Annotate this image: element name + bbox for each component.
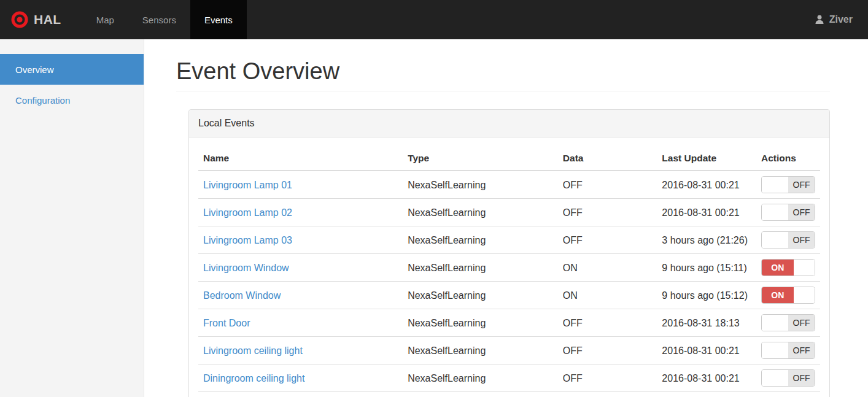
event-data: OFF — [558, 171, 657, 199]
event-type: NexaSelfLearning — [403, 364, 558, 392]
event-data: OFF — [558, 226, 657, 254]
event-last-update: 9 hours ago (15:11) — [657, 254, 756, 282]
event-name-link[interactable]: Bedroom Window — [203, 290, 281, 301]
top-navbar: HAL Map Sensors Events Ziver — [0, 0, 868, 39]
table-header-row: Name Type Data Last Update Actions — [198, 147, 820, 171]
table-row: Kitchen ceiling light NexaSelfLearning O… — [198, 392, 820, 397]
event-data: OFF — [558, 309, 657, 337]
toggle-switch[interactable]: OFF — [761, 314, 815, 331]
switch-state-label: OFF — [788, 177, 815, 193]
table-row: Bedroom Window NexaSelfLearning ON 9 hou… — [198, 282, 820, 309]
toggle-switch[interactable]: ON — [761, 259, 815, 276]
column-header-data: Data — [558, 147, 657, 171]
event-name-link[interactable]: Diningroom ceiling light — [203, 373, 304, 384]
main-content: Event Overview Local Events Name Type Da… — [144, 39, 868, 397]
page-title: Event Overview — [176, 58, 830, 85]
event-last-update: 2016-08-31 00:21 — [657, 199, 756, 226]
switch-handle — [762, 315, 788, 331]
brand-label: HAL — [34, 12, 61, 27]
switch-state-label: OFF — [788, 370, 815, 386]
switch-state-label: ON — [762, 260, 794, 276]
event-last-update: 2016-08-31 00:21 — [657, 337, 756, 364]
switch-handle — [794, 260, 815, 276]
nav-tab-events[interactable]: Events — [190, 0, 247, 39]
panel-title: Local Events — [189, 110, 829, 137]
switch-state-label: OFF — [788, 204, 815, 220]
event-last-update: 2016-08-31 00:21 — [657, 392, 756, 397]
table-row: Livingroom ceiling light NexaSelfLearnin… — [198, 337, 820, 364]
event-type: NexaSelfLearning — [403, 254, 558, 282]
nav-tab-sensors[interactable]: Sensors — [128, 0, 190, 39]
event-name-link[interactable]: Front Door — [203, 318, 250, 328]
event-data: ON — [558, 282, 657, 309]
panel-body: Name Type Data Last Update Actions Livin… — [189, 137, 829, 397]
event-name-link[interactable]: Livingroom ceiling light — [203, 345, 303, 356]
switch-handle — [762, 370, 788, 386]
switch-handle — [762, 232, 788, 248]
table-row: Livingroom Lamp 03 NexaSelfLearning OFF … — [198, 226, 820, 254]
page-title-divider — [176, 91, 830, 91]
event-type: NexaSelfLearning — [403, 226, 558, 254]
event-data: OFF — [558, 199, 657, 226]
toggle-switch[interactable]: OFF — [761, 204, 815, 221]
sidebar: Overview Configuration — [0, 39, 144, 397]
event-name-link[interactable]: Livingroom Lamp 01 — [203, 180, 292, 190]
event-last-update: 2016-08-31 00:21 — [657, 171, 756, 199]
user-name: Ziver — [829, 14, 853, 25]
switch-state-label: OFF — [788, 342, 815, 358]
user-menu[interactable]: Ziver — [799, 0, 868, 39]
switch-state-label: ON — [762, 287, 794, 303]
events-table: Name Type Data Last Update Actions Livin… — [198, 147, 820, 397]
toggle-switch[interactable]: OFF — [761, 369, 815, 387]
person-icon — [814, 14, 825, 25]
switch-handle — [762, 177, 788, 193]
switch-state-label: OFF — [788, 315, 815, 331]
switch-handle — [794, 287, 815, 303]
switch-handle — [762, 342, 788, 358]
event-type: NexaSelfLearning — [403, 309, 558, 337]
table-row: Diningroom ceiling light NexaSelfLearnin… — [198, 364, 820, 392]
event-type: NexaSelfLearning — [403, 392, 558, 397]
table-row: Front Door NexaSelfLearning OFF 2016-08-… — [198, 309, 820, 337]
toggle-switch[interactable]: ON — [761, 287, 815, 304]
toggle-switch[interactable]: OFF — [761, 176, 815, 193]
sidebar-item-overview[interactable]: Overview — [0, 54, 144, 85]
event-name-link[interactable]: Livingroom Lamp 02 — [203, 207, 292, 218]
table-row: Livingroom Lamp 02 NexaSelfLearning OFF … — [198, 199, 820, 226]
sidebar-item-configuration[interactable]: Configuration — [0, 85, 144, 115]
column-header-type: Type — [403, 147, 558, 171]
event-data: OFF — [558, 364, 657, 392]
column-header-name: Name — [198, 147, 403, 171]
nav-tab-map[interactable]: Map — [82, 0, 128, 39]
bullseye-icon — [11, 11, 28, 28]
switch-handle — [762, 204, 788, 220]
event-data: ON — [558, 254, 657, 282]
event-last-update: 3 hours ago (21:26) — [657, 226, 756, 254]
table-row: Livingroom Lamp 01 NexaSelfLearning OFF … — [198, 171, 820, 199]
event-last-update: 2016-08-31 00:21 — [657, 364, 756, 392]
column-header-actions: Actions — [756, 147, 820, 171]
switch-state-label: OFF — [788, 232, 815, 248]
event-data: OFF — [558, 337, 657, 364]
event-type: NexaSelfLearning — [403, 337, 558, 364]
event-last-update: 9 hours ago (15:12) — [657, 282, 756, 309]
local-events-panel: Local Events Name Type Data Last Update … — [188, 109, 830, 397]
toggle-switch[interactable]: OFF — [761, 342, 815, 359]
event-name-link[interactable]: Livingroom Window — [203, 263, 289, 273]
table-row: Livingroom Window NexaSelfLearning ON 9 … — [198, 254, 820, 282]
brand[interactable]: HAL — [0, 0, 71, 39]
event-name-link[interactable]: Livingroom Lamp 03 — [203, 235, 292, 245]
event-data: OFF — [558, 392, 657, 397]
event-last-update: 2016-08-31 18:13 — [657, 309, 756, 337]
navbar-menu: Map Sensors Events — [82, 0, 247, 39]
event-type: NexaSelfLearning — [403, 171, 558, 199]
column-header-last-update: Last Update — [657, 147, 756, 171]
toggle-switch[interactable]: OFF — [761, 231, 815, 249]
event-type: NexaSelfLearning — [403, 282, 558, 309]
event-type: NexaSelfLearning — [403, 199, 558, 226]
